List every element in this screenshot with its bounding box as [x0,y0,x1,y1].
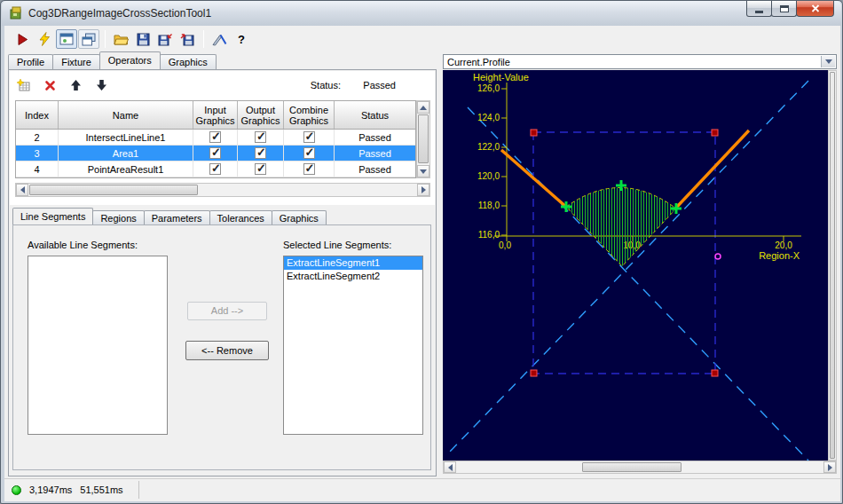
combine-graphics-checkbox[interactable] [303,163,315,175]
y-tick-label: 122,0 [477,142,500,152]
combine-graphics-checkbox[interactable] [303,131,315,143]
y-tick-label: 118,0 [478,201,500,210]
display-selector-value: Current.Profile [447,57,510,67]
y-tick-label: 126,0 [477,83,500,93]
scrollbar-thumb[interactable] [29,185,198,195]
operators-table: Index Name Input Graphics Output Graphic… [15,100,416,178]
crosshair-diagonals [448,81,808,461]
save-image-button[interactable] [154,29,176,49]
list-item[interactable]: ExtractLineSegment1 [284,256,422,270]
table-row[interactable]: 2 IntersectLineLine1 Passed [16,130,415,146]
maximize-button[interactable] [771,1,797,17]
table-header: Index Name Input Graphics Output Graphic… [16,101,415,130]
output-graphics-checkbox[interactable] [255,131,266,143]
y-tick-label: 116,0 [478,230,500,240]
move-up-button[interactable] [67,77,84,93]
x-axis-title: Region-X [759,250,800,261]
down-arrow-icon [420,169,427,174]
import-button[interactable] [177,29,198,49]
show-record-toggle[interactable] [56,29,77,49]
add-button[interactable]: Add --> [187,302,267,320]
titlebar[interactable]: Cog3DRangeImageCrossSectionTool1 [2,1,841,26]
scrollbar-thumb[interactable] [830,72,835,459]
add-operator-button[interactable] [15,77,33,93]
table-vertical-scrollbar[interactable] [416,100,430,178]
toolbar-separator [105,30,106,48]
measure-button[interactable] [209,29,230,49]
window: Cog3DRangeImageCrossSectionTool1 [0,0,843,504]
subtab-line-segments[interactable]: Line Segments [12,208,93,224]
chart-vertical-scrollbar[interactable] [828,70,837,461]
output-graphics-checkbox[interactable] [255,147,266,159]
scroll-left-button[interactable] [444,461,456,473]
timing-panel: 3,1947ms 51,551ms [6,481,139,499]
remove-button[interactable]: <-- Remove [185,341,269,360]
live-run-button[interactable] [34,29,55,49]
move-down-button[interactable] [92,77,110,93]
subtab-parameters[interactable]: Parameters [144,210,210,224]
minimize-button[interactable] [746,1,772,17]
y-tick-label: 124,0 [477,113,500,122]
cell-index: 4 [16,161,59,177]
tab-profile[interactable]: Profile [8,54,53,69]
delete-operator-button[interactable] [41,77,59,93]
input-graphics-checkbox[interactable] [209,131,221,143]
window-title: Cog3DRangeImageCrossSectionTool1 [28,7,211,20]
client-area: ? Profile Fixture Operators Graphics [4,26,840,501]
column-header-status[interactable]: Status [335,101,415,129]
status-bar: 3,1947ms 51,551ms [4,478,840,500]
input-graphics-checkbox[interactable] [209,163,221,175]
close-button[interactable] [796,1,834,17]
table-row[interactable]: 4 PointAreaResult1 Passed [16,161,415,177]
subtab-tolerances[interactable]: Tolerances [209,210,272,224]
tab-graphics[interactable]: Graphics [160,54,217,69]
scroll-up-button[interactable] [417,101,429,114]
status-ok-icon [12,485,21,495]
selected-line-segments-list[interactable]: ExtractLineSegment1 ExtractLineSegment2 [283,256,423,435]
up-arrow-icon [420,106,427,110]
combine-graphics-checkbox[interactable] [303,147,315,159]
main-toolbar: ? [4,28,840,51]
result-point-marker [715,254,721,259]
scrollbar-thumb[interactable] [582,462,681,472]
column-header-combine-graphics[interactable]: Combine Graphics [284,101,335,129]
save-button[interactable] [132,29,154,49]
scroll-right-button[interactable] [823,461,836,473]
tab-fixture[interactable]: Fixture [52,54,100,69]
tab-operators[interactable]: Operators [99,51,161,69]
total-time: 51,551ms [80,484,122,495]
image-window-icon [59,33,74,45]
table-horizontal-scrollbar[interactable] [15,183,430,197]
available-line-segments-list[interactable] [28,256,168,435]
column-header-input-graphics[interactable]: Input Graphics [193,101,238,129]
main-tabs: Profile Fixture Operators Graphics [8,52,437,69]
column-header-index[interactable]: Index [16,101,59,129]
right-arrow-icon [422,186,426,193]
close-icon [811,4,820,12]
column-header-name[interactable]: Name [59,101,193,129]
save-image-icon [158,33,173,46]
open-button[interactable] [110,29,131,49]
scrollbar-thumb[interactable] [418,114,429,163]
left-panel: Profile Fixture Operators Graphics [8,52,437,476]
list-item[interactable]: ExtractLineSegment2 [284,270,422,283]
x-tick-label: 20,0 [775,240,792,250]
run-button[interactable] [12,29,33,49]
combo-dropdown-button[interactable] [821,56,835,67]
chart-horizontal-scrollbar[interactable] [443,461,837,474]
table-row[interactable]: 3 Area1 Passed [16,146,415,161]
help-button[interactable]: ? [231,29,252,49]
display-selector-combo[interactable]: Current.Profile [443,54,837,69]
profile-chart[interactable]: Height-Value 126,0 124,0 122,0 120,0 118… [443,70,828,461]
scroll-left-button[interactable] [16,184,28,196]
column-header-output-graphics[interactable]: Output Graphics [238,101,284,129]
float-display-button[interactable] [78,29,99,49]
scroll-down-button[interactable] [417,165,429,177]
subtab-regions[interactable]: Regions [92,210,144,224]
cell-name: PointAreaResult1 [59,161,193,177]
operators-toolbar [15,76,110,94]
input-graphics-checkbox[interactable] [209,147,221,159]
scroll-right-button[interactable] [417,184,429,196]
output-graphics-checkbox[interactable] [255,163,266,175]
subtab-graphics[interactable]: Graphics [272,210,327,224]
